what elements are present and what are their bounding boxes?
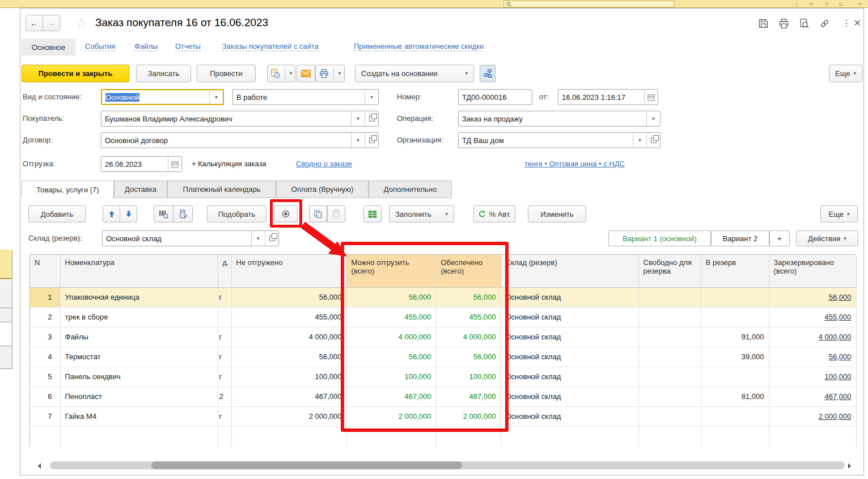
write-button[interactable]: Записать	[136, 65, 191, 82]
cell-to_reserve[interactable]	[701, 307, 769, 327]
move-down-button[interactable]	[120, 205, 137, 222]
cell-to_reserve[interactable]: 39,000	[701, 347, 769, 367]
fill-button[interactable]: Заполнить ▾	[389, 205, 454, 222]
column-header-warehouse_reserve[interactable]: Склад (резерв)	[501, 255, 638, 287]
cell-reserved_total[interactable]: 455,000	[769, 307, 856, 327]
actions-button[interactable]: Действия ▾	[796, 230, 858, 246]
column-header-can_ship_total[interactable]: Можно отгрузить (всего)	[346, 255, 436, 287]
column-header-provided_total[interactable]: Обеспечено (всего)	[436, 255, 501, 287]
table-row[interactable]: 2трек в сборе455,000455,000455,000Основн…	[30, 307, 856, 327]
structure-button[interactable]	[480, 65, 496, 82]
customer-dropdown-button[interactable]: ▾	[351, 111, 365, 126]
cell-reserved_total[interactable]: 2 000,000	[769, 406, 856, 426]
post-and-close-button[interactable]: Провести и закрыть	[22, 65, 129, 82]
cell-provided_total[interactable]: 467,000	[436, 386, 501, 406]
cell-nomenclature[interactable]: трек в сборе	[60, 307, 218, 327]
cell-n[interactable]: 5	[30, 367, 60, 386]
cell-not_shipped[interactable]: 467,000	[231, 386, 346, 406]
scrollbar-thumb[interactable]	[151, 461, 462, 469]
order-calculation-toggle[interactable]: + Калькуляция заказа	[192, 159, 266, 168]
column-header-free_for_reserve[interactable]: Свободно для резерва	[638, 255, 701, 287]
show-totals-button[interactable]	[363, 205, 382, 222]
cell-n[interactable]: 6	[30, 386, 60, 406]
tab-reports[interactable]: Отчеты	[175, 42, 201, 51]
order-state-field[interactable]: В работе ▾	[232, 89, 379, 105]
header-more-button[interactable]: Еще ▾	[829, 65, 862, 82]
column-header-not_shipped[interactable]: Не отгружено	[231, 255, 346, 287]
cell-free_for_reserve[interactable]	[638, 367, 701, 386]
copy-button[interactable]	[309, 205, 327, 222]
cell-free_for_reserve[interactable]	[638, 307, 701, 327]
number-field[interactable]: ТД00-000016	[458, 89, 532, 105]
back-button[interactable]: ←	[26, 15, 43, 31]
cell-n[interactable]: 7	[30, 406, 60, 426]
table-row[interactable]: 3Файлыг4 000,0004 000,0004 000,000Основн…	[30, 327, 856, 347]
cell-unit[interactable]: г	[218, 347, 231, 367]
warehouse-field[interactable]: Основной склад ▾	[102, 230, 279, 246]
column-header-nomenclature[interactable]: Номенклатура	[60, 255, 218, 287]
send-email-button[interactable]	[297, 65, 315, 82]
tab-main[interactable]: Основное	[22, 39, 75, 56]
cell-to_reserve[interactable]: 91,000	[701, 327, 769, 347]
organization-open-button[interactable]	[646, 133, 660, 148]
cell-can_ship_total[interactable]: 100,000	[346, 367, 436, 386]
app-search-input[interactable]	[503, 1, 675, 7]
link-icon[interactable]	[819, 18, 830, 29]
cell-provided_total[interactable]: 56,000	[436, 347, 501, 367]
cell-can_ship_total[interactable]: 4 000,000	[346, 327, 436, 347]
tab-files[interactable]: Файлы	[134, 42, 158, 51]
tab-auto-discounts[interactable]: Примененные автоматические скидки	[354, 42, 484, 51]
cell-to_reserve[interactable]	[701, 367, 769, 386]
tab-events[interactable]: События	[85, 42, 116, 51]
tab-site-orders[interactable]: Заказы покупателей с сайта	[222, 42, 319, 51]
cell-can_ship_total[interactable]: 56,000	[346, 287, 436, 307]
warehouse-dropdown-button[interactable]: ▾	[251, 231, 265, 246]
tab-delivery[interactable]: Доставка	[114, 180, 167, 198]
paste-button[interactable]	[327, 205, 345, 222]
history-icon[interactable]: ○	[810, 0, 813, 7]
cell-reserved_total[interactable]: 56,000	[769, 347, 856, 367]
variant-1-tab[interactable]: Вариант 1 (основной)	[608, 230, 711, 246]
view-availability-button[interactable]	[274, 205, 298, 222]
download-icon[interactable]: ↓	[795, 0, 798, 7]
home-icon[interactable]: ⌂	[839, 0, 842, 7]
table-more-button[interactable]: Еще ▾	[820, 205, 858, 222]
cell-nomenclature[interactable]: Упаковочная единица	[60, 287, 218, 307]
column-header-n[interactable]: N	[30, 255, 60, 287]
column-header-unit[interactable]: д.	[218, 255, 231, 287]
movements-report-button[interactable]: ▾	[267, 65, 295, 82]
cell-unit[interactable]: г	[218, 287, 231, 307]
cell-warehouse_reserve[interactable]: Основной склад	[501, 307, 638, 327]
preview-icon[interactable]	[799, 18, 810, 29]
cell-unit[interactable]: г	[218, 406, 231, 426]
cell-free_for_reserve[interactable]	[638, 327, 701, 347]
shipping-calendar-button[interactable]	[168, 157, 181, 171]
add-row-button[interactable]: Добавить	[28, 205, 86, 222]
favorites-icon[interactable]: ☆	[824, 0, 829, 7]
cell-provided_total[interactable]: 56,000	[436, 287, 501, 307]
cell-unit[interactable]: г	[218, 327, 231, 347]
cell-n[interactable]: 1	[30, 287, 60, 307]
favorite-star-icon[interactable]: ☆	[75, 16, 87, 31]
cell-warehouse_reserve[interactable]: Основной склад	[501, 327, 638, 347]
cell-nomenclature[interactable]: Панель сендвич	[60, 367, 218, 386]
cell-n[interactable]: 4	[30, 347, 60, 367]
tab-additional[interactable]: Дополнительно	[369, 180, 452, 198]
cell-warehouse_reserve[interactable]: Основной склад	[501, 347, 638, 367]
cell-reserved_total[interactable]: 4 000,000	[769, 327, 856, 347]
order-kind-field[interactable]: Основной ▾	[101, 89, 224, 105]
table-row[interactable]: 1Упаковочная единицаг56,00056,00056,000О…	[30, 287, 856, 307]
scroll-right-arrow[interactable]	[848, 463, 854, 469]
cell-to_reserve[interactable]: 81,000	[701, 386, 769, 406]
tab-goods-services[interactable]: Товары, услуги (7)	[22, 180, 114, 198]
cell-can_ship_total[interactable]: 455,000	[346, 307, 436, 327]
table-row[interactable]: 7Гайка М4г2 000,0002 000,0002 000,000Осн…	[30, 406, 856, 426]
cell-provided_total[interactable]: 455,000	[436, 307, 501, 327]
date-calendar-button[interactable]	[644, 90, 658, 104]
operation-field[interactable]: Заказ на продажу ▾	[458, 111, 660, 127]
order-state-dropdown-button[interactable]: ▾	[365, 90, 378, 104]
order-summary-link[interactable]: Сводно о заказе	[296, 159, 352, 168]
cell-can_ship_total[interactable]: 2 000,000	[346, 406, 436, 426]
organization-dropdown-button[interactable]: ▾	[633, 133, 646, 148]
close-icon[interactable]: ×	[854, 16, 861, 30]
